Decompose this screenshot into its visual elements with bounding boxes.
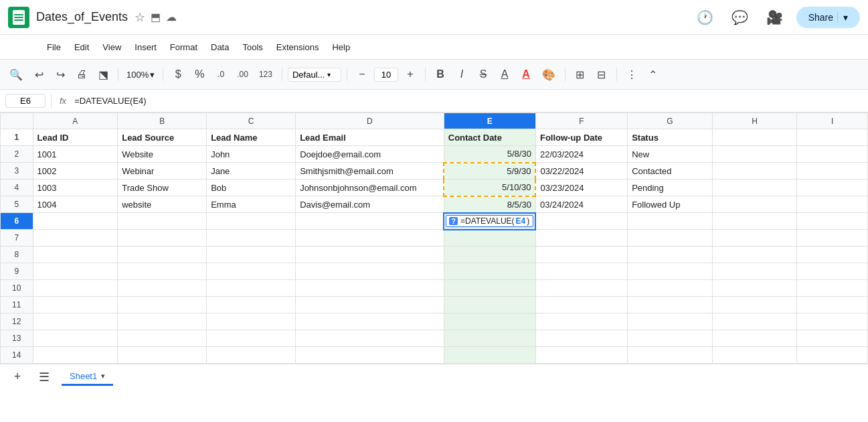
cell-e2[interactable]: 5/8/30 xyxy=(444,146,535,163)
menu-file[interactable]: File xyxy=(40,40,68,55)
more-toolbar[interactable]: ⋮ xyxy=(622,65,641,84)
cell-i5[interactable] xyxy=(797,196,868,213)
cell-f1[interactable]: Follow-up Date xyxy=(535,129,627,146)
menu-data[interactable]: Data xyxy=(204,40,236,55)
cell-c1[interactable]: Lead Name xyxy=(207,129,296,146)
cell-b4[interactable]: Trade Show xyxy=(118,180,207,196)
cell-e3[interactable]: 5/9/30 xyxy=(444,163,535,180)
cell-c2[interactable]: John xyxy=(207,146,296,163)
merge-button[interactable]: ⊟ xyxy=(592,65,611,84)
undo-button[interactable]: ↩ xyxy=(29,65,48,84)
cell-f4[interactable]: 03/23/2024 xyxy=(535,180,627,196)
cloud-icon[interactable]: ☁ xyxy=(166,11,177,23)
borders-button[interactable]: ⊞ xyxy=(571,65,590,84)
font-size-increase[interactable]: + xyxy=(401,65,420,84)
cell-h3[interactable] xyxy=(712,163,797,180)
col-header-h[interactable]: H xyxy=(712,113,797,129)
cell-a4[interactable]: 1003 xyxy=(33,180,118,196)
col-header-g[interactable]: G xyxy=(628,113,713,129)
cell-b5[interactable]: website xyxy=(118,196,207,213)
cell-a5[interactable]: 1004 xyxy=(33,196,118,213)
num-format-button[interactable]: 123 xyxy=(255,65,276,84)
cell-g5[interactable]: Followed Up xyxy=(628,196,713,213)
cell-c5[interactable]: Emma xyxy=(207,196,296,213)
cell-a3[interactable]: 1002 xyxy=(33,163,118,180)
menu-extensions[interactable]: Extensions xyxy=(270,40,326,55)
cell-f5[interactable]: 03/24/2024 xyxy=(535,196,627,213)
cell-c4[interactable]: Bob xyxy=(207,180,296,196)
cell-e5[interactable]: 8/5/30 xyxy=(444,196,535,213)
underline-button[interactable]: A xyxy=(495,65,514,84)
cell-h4[interactable] xyxy=(712,180,797,196)
cell-f2[interactable]: 22/03/2024 xyxy=(535,146,627,163)
dec-inc-button[interactable]: .0 xyxy=(211,65,230,84)
cell-f3[interactable]: 03/22/2024 xyxy=(535,163,627,180)
text-color-button[interactable]: A xyxy=(517,65,535,84)
cell-i4[interactable] xyxy=(797,180,868,196)
font-size-decrease[interactable]: − xyxy=(353,65,371,84)
cell-h1[interactable] xyxy=(712,129,797,146)
menu-insert[interactable]: Insert xyxy=(128,40,163,55)
cell-d1[interactable]: Lead Email xyxy=(296,129,444,146)
cell-i2[interactable] xyxy=(797,146,868,163)
cell-reference[interactable]: E6 xyxy=(5,94,46,108)
cell-e4[interactable]: 5/10/30 xyxy=(444,180,535,196)
star-icon[interactable]: ☆ xyxy=(135,10,145,25)
zoom-select[interactable]: 100% ▾ xyxy=(124,68,157,81)
filename[interactable]: Dates_of_Events xyxy=(36,10,128,24)
cell-d2[interactable]: Doejdoe@email.com xyxy=(296,146,444,163)
cell-e6[interactable]: ? =DATEVALUE(E4) xyxy=(444,213,535,230)
cell-d6[interactable] xyxy=(296,213,444,230)
cell-b3[interactable]: Webinar xyxy=(118,163,207,180)
menu-tools[interactable]: Tools xyxy=(236,40,269,55)
menu-format[interactable]: Format xyxy=(163,40,204,55)
highlight-color-button[interactable]: 🎨 xyxy=(538,65,559,84)
sheet-tab-caret[interactable]: ▾ xyxy=(101,372,105,380)
cell-h2[interactable] xyxy=(712,146,797,163)
comment-button[interactable]: 💬 xyxy=(727,4,754,31)
strikethrough-button[interactable]: S xyxy=(474,65,493,84)
col-header-a[interactable]: A xyxy=(33,113,118,129)
col-header-b[interactable]: B xyxy=(118,113,207,129)
print-button[interactable]: 🖨 xyxy=(72,65,91,84)
paint-format-button[interactable]: ⬔ xyxy=(94,65,112,84)
share-button[interactable]: Share ▾ xyxy=(796,7,860,28)
dec-dec-button[interactable]: .00 xyxy=(233,65,252,84)
currency-button[interactable]: $ xyxy=(169,65,187,84)
formula-input[interactable] xyxy=(74,96,863,106)
font-selector[interactable]: Defaul... ▾ xyxy=(288,68,341,82)
cell-d4[interactable]: Johnsonbjohnson@email.com xyxy=(296,180,444,196)
cell-b6[interactable] xyxy=(118,213,207,230)
folder-icon[interactable]: ⬒ xyxy=(151,11,161,23)
sheet-list-button[interactable]: ☰ xyxy=(35,368,54,386)
redo-button[interactable]: ↪ xyxy=(51,65,70,84)
meet-button[interactable]: 🎥 xyxy=(762,4,788,31)
font-size-input[interactable]: 10 xyxy=(374,68,398,82)
cell-g6[interactable] xyxy=(628,213,713,230)
cell-d5[interactable]: Davis@email.com xyxy=(296,196,444,213)
cell-i3[interactable] xyxy=(797,163,868,180)
cell-e1[interactable]: Contact Date xyxy=(444,129,535,146)
col-header-i[interactable]: I xyxy=(797,113,868,129)
cell-i1[interactable] xyxy=(797,129,868,146)
cell-h6[interactable] xyxy=(712,213,797,230)
cell-b2[interactable]: Website xyxy=(118,146,207,163)
cell-b1[interactable]: Lead Source xyxy=(118,129,207,146)
collapse-toolbar[interactable]: ⌃ xyxy=(644,65,663,84)
cell-g2[interactable]: New xyxy=(628,146,713,163)
sheet-tab-sheet1[interactable]: Sheet1 ▾ xyxy=(62,368,113,386)
cell-i6[interactable] xyxy=(797,213,868,230)
history-button[interactable]: 🕐 xyxy=(692,4,719,31)
cell-a6[interactable] xyxy=(33,213,118,230)
menu-edit[interactable]: Edit xyxy=(68,40,96,55)
add-sheet-button[interactable]: + xyxy=(8,368,27,386)
percent-button[interactable]: % xyxy=(190,65,209,84)
cell-g1[interactable]: Status xyxy=(628,129,713,146)
search-button[interactable]: 🔍 xyxy=(5,65,27,84)
grid-container[interactable]: A B C D E F G H I 1 Lead ID Lead Source xyxy=(0,113,868,364)
col-header-f[interactable]: F xyxy=(535,113,627,129)
cell-g4[interactable]: Pending xyxy=(628,180,713,196)
col-header-e[interactable]: E xyxy=(444,113,535,129)
cell-a1[interactable]: Lead ID xyxy=(33,129,118,146)
menu-view[interactable]: View xyxy=(96,40,128,55)
